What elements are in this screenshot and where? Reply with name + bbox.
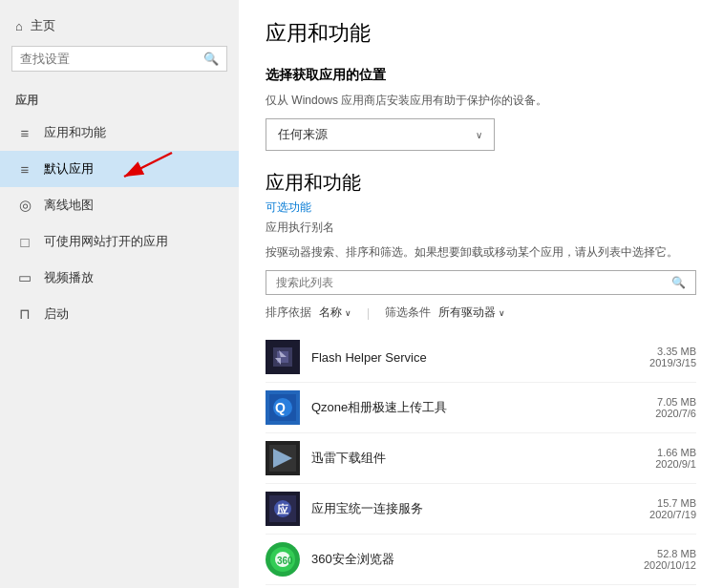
source-section-title: 选择获取应用的位置 [266,67,696,84]
apps-section-title: 应用和功能 [266,170,696,196]
sidebar-item-apps-features[interactable]: ≡ 应用和功能 [0,115,239,151]
sidebar-item-offline-maps[interactable]: ◎ 离线地图 [0,187,239,223]
sidebar-section-label: 应用 [0,87,239,115]
app-name-360: 360安全浏览器 [311,551,608,568]
source-description: 仅从 Windows 应用商店安装应用有助于保护你的设备。 [266,92,696,109]
sidebar-item-default-apps[interactable]: ≡ 默认应用 [0,151,239,187]
app-name-qzone: Qzone相册极速上传工具 [311,399,608,416]
optional-feature-link[interactable]: 可选功能 [266,200,696,216]
app-info-xunlei: 迅雷下载组件 [311,450,608,467]
app-icon-flash [266,340,300,374]
app-icon-yingyongbao: 应 [266,492,300,526]
app-icon-360: 360 [266,542,300,577]
offline-maps-label: 离线地图 [44,197,94,214]
filter-label: 筛选条件 [385,304,431,321]
apps-features-label: 应用和功能 [44,124,106,141]
source-dropdown-value: 任何来源 [278,126,328,143]
sidebar-item-startup[interactable]: ⊓ 启动 [0,296,239,332]
video-icon: ▭ [15,269,34,286]
sidebar-item-video[interactable]: ▭ 视频播放 [0,260,239,296]
page-title: 应用和功能 [266,19,696,48]
app-date-xunlei: 2020/9/1 [655,458,696,470]
app-size-flash: 3.35 MB [657,346,696,357]
startup-label: 启动 [44,305,69,323]
app-exec-label: 应用执行别名 [266,220,696,236]
sidebar-search-icon: 🔍 [203,52,219,66]
svg-text:360: 360 [277,556,293,566]
flash-icon-svg [266,340,300,374]
source-dropdown-wrap: 任何来源 ∨ [266,118,696,151]
app-info-flash: Flash Helper Service [311,350,608,365]
default-apps-label: 默认应用 [44,160,94,178]
table-row[interactable]: 360 360安全浏览器 52.8 MB 2020/10/12 [266,535,696,585]
filter-chevron: ∨ [499,308,505,318]
sort-chevron: ∨ [345,308,351,318]
offline-maps-icon: ◎ [15,197,34,214]
source-dropdown[interactable]: 任何来源 ∨ [266,118,495,151]
home-icon: ⌂ [15,19,23,33]
table-row[interactable]: 应 应用宝统一连接服务 15.7 MB 2020/7/19 [266,484,696,535]
360-icon-svg: 360 [266,542,300,577]
home-label: 主页 [31,17,55,34]
divider: | [367,306,370,320]
source-dropdown-chevron: ∨ [476,130,482,140]
sort-value-btn[interactable]: 名称 ∨ [319,304,351,321]
app-name-yingyongbao: 应用宝统一连接服务 [311,500,608,517]
startup-icon: ⊓ [15,305,34,323]
list-search-icon: 🔍 [671,276,686,289]
app-list: Flash Helper Service 3.35 MB 2019/3/15 Q… [266,332,696,585]
sidebar-home[interactable]: ⌂ 主页 [0,11,239,46]
list-search-input[interactable] [276,276,671,289]
app-info-360: 360安全浏览器 [311,551,608,568]
app-icon-xunlei [266,441,300,475]
app-name-xunlei: 迅雷下载组件 [311,450,608,467]
table-row[interactable]: 迅雷下载组件 1.66 MB 2020/9/1 [266,433,696,484]
list-search-wrap[interactable]: 🔍 [266,270,696,295]
app-meta-qzone: 7.05 MB 2020/7/6 [620,396,696,419]
app-meta-360: 52.8 MB 2020/10/12 [620,548,696,571]
app-size-yingyongbao: 15.7 MB [657,497,696,509]
websites-icon: □ [15,234,34,250]
app-icon-qzone: Q [266,390,300,425]
app-date-flash: 2019/3/15 [649,357,696,368]
websites-label: 可使用网站打开的应用 [44,233,168,250]
app-info-qzone: Qzone相册极速上传工具 [311,399,608,416]
app-date-360: 2020/10/12 [644,559,696,571]
sidebar: ⌂ 主页 🔍 应用 ≡ 应用和功能 ≡ 默认应用 ◎ 离线地图 [0,0,239,588]
sidebar-item-websites[interactable]: □ 可使用网站打开的应用 [0,223,239,260]
svg-text:Q: Q [275,400,286,415]
app-date-qzone: 2020/7/6 [655,408,696,419]
table-row[interactable]: Q Qzone相册极速上传工具 7.05 MB 2020/7/6 [266,383,696,433]
table-row[interactable]: Flash Helper Service 3.35 MB 2019/3/15 [266,332,696,383]
app-name-flash: Flash Helper Service [311,350,608,365]
app-size-xunlei: 1.66 MB [657,447,696,458]
main-content: 应用和功能 选择获取应用的位置 仅从 Windows 应用商店安装应用有助于保护… [239,0,723,588]
app-meta-flash: 3.35 MB 2019/3/15 [620,346,696,368]
sort-description: 按驱动器搜索、排序和筛选。如果想要卸载或移动某个应用，请从列表中选择它。 [266,243,696,261]
default-apps-icon: ≡ [15,161,34,178]
app-size-360: 52.8 MB [657,548,696,559]
filter-value-btn[interactable]: 所有驱动器 ∨ [438,304,505,321]
app-size-qzone: 7.05 MB [657,396,696,408]
yingyongbao-icon-svg: 应 [266,492,300,526]
apps-features-icon: ≡ [15,125,34,141]
sidebar-search-input[interactable] [20,52,203,66]
sort-label: 排序依据 [266,304,311,321]
sort-filter-row: 排序依据 名称 ∨ | 筛选条件 所有驱动器 ∨ [266,304,696,321]
xunlei-icon-svg [266,441,300,475]
app-date-yingyongbao: 2020/7/19 [649,509,696,520]
app-info-yingyongbao: 应用宝统一连接服务 [311,500,608,517]
sidebar-search-box[interactable]: 🔍 [11,46,227,72]
video-label: 视频播放 [44,269,94,286]
app-meta-xunlei: 1.66 MB 2020/9/1 [620,447,696,470]
filter-value: 所有驱动器 [438,304,496,321]
qzone-icon-svg: Q [266,390,300,425]
app-meta-yingyongbao: 15.7 MB 2020/7/19 [620,497,696,520]
sidebar-search-wrap: 🔍 [0,46,239,87]
sort-value: 名称 [319,304,342,321]
svg-text:应: 应 [276,503,289,516]
